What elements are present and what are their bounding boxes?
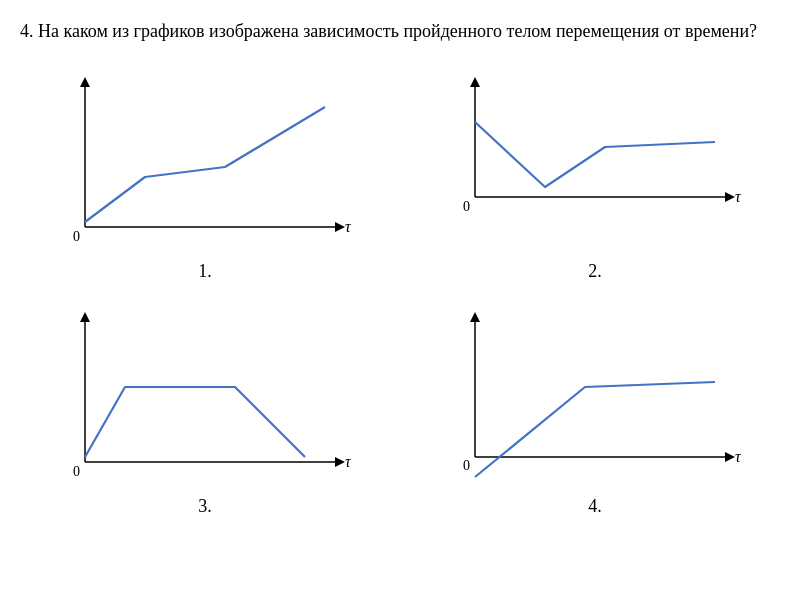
svg-marker-7 (725, 192, 735, 202)
svg-text:τ: τ (345, 218, 352, 235)
graph-1-label: 1. (198, 261, 212, 282)
svg-text:τ: τ (345, 453, 352, 470)
svg-marker-1 (335, 222, 345, 232)
question-text: 4. На каком из графиков изображена завис… (0, 0, 800, 54)
graph-2: 0 τ 2. (400, 54, 790, 289)
graphs-container: 0 τ 1. 0 τ 2. (0, 54, 800, 524)
graph-4-label: 4. (588, 496, 602, 517)
svg-text:0: 0 (73, 229, 80, 244)
svg-marker-3 (80, 77, 90, 87)
svg-marker-15 (80, 312, 90, 322)
svg-marker-9 (470, 77, 480, 87)
svg-text:τ: τ (735, 448, 742, 465)
svg-marker-13 (335, 457, 345, 467)
svg-text:0: 0 (463, 458, 470, 473)
svg-text:τ: τ (735, 188, 742, 205)
graph-2-label: 2. (588, 261, 602, 282)
graph-3-label: 3. (198, 496, 212, 517)
svg-text:0: 0 (73, 464, 80, 479)
graph-3: 0 τ 3. (10, 289, 400, 524)
graph-1: 0 τ 1. (10, 54, 400, 289)
svg-text:0: 0 (463, 199, 470, 214)
graph-4: 0 τ 4. (400, 289, 790, 524)
svg-marker-21 (470, 312, 480, 322)
svg-marker-19 (725, 452, 735, 462)
